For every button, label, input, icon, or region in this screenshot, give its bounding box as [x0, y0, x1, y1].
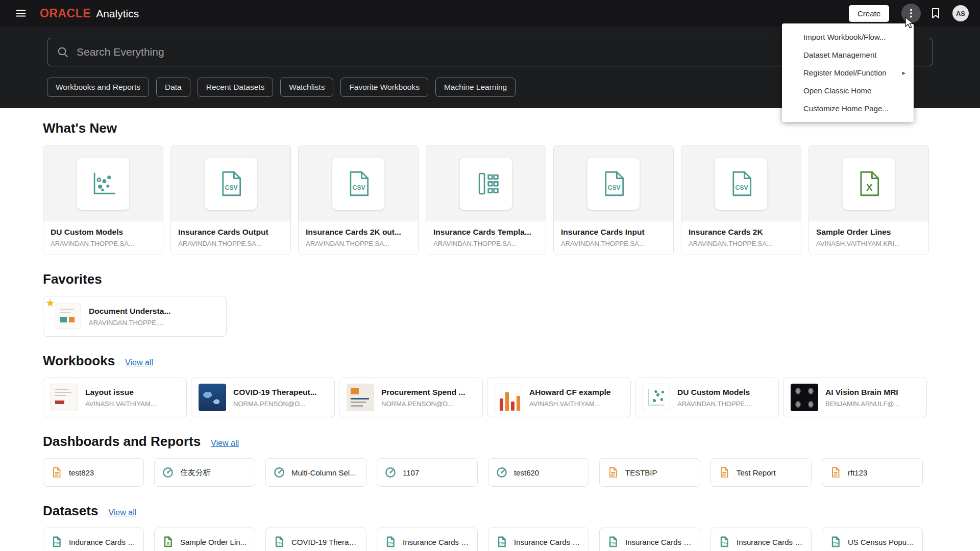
- card-thumbnail: [56, 304, 81, 329]
- workbook-card[interactable]: Layout issue AVINASH.VAITHIYAM....: [43, 378, 187, 417]
- card-thumbnail: [643, 384, 670, 411]
- card-title: Insurance Cards Input: [561, 228, 666, 237]
- whats-new-card[interactable]: CSV X: [553, 145, 674, 255]
- card-author: ARAVINDAN.THOPPE....: [677, 400, 771, 408]
- product-name: Analytics: [96, 8, 139, 20]
- favorites-card-row: ★ Document Understa... ARAVINDAN.THOPPE.…: [43, 296, 937, 337]
- brand: ORACLE Analytics: [40, 7, 139, 20]
- card-title: DU Custom Models: [677, 388, 771, 397]
- home-content: What's New: [0, 120, 980, 551]
- dashboard-card[interactable]: CSV X Test Report: [710, 458, 812, 487]
- xlsx-file-icon: X: [854, 169, 883, 198]
- search-filter-chip[interactable]: Machine Learning: [435, 78, 516, 97]
- dataset-card[interactable]: CSV X Indurance Cards B...: [43, 528, 144, 551]
- card-meta: Insurance Cards 2K ARAVINDAN.THOPPE.SA..…: [681, 221, 801, 255]
- icon-tile: CSV X: [459, 157, 512, 210]
- dataset-card[interactable]: CSV X Insurance Cards 2...: [488, 528, 589, 551]
- card-art: CSV X: [171, 145, 290, 221]
- svg-text:CSV: CSV: [499, 542, 505, 545]
- csv-file-icon: CSV: [216, 169, 245, 198]
- svg-text:X: X: [166, 541, 169, 546]
- menu-item-label: Open Classic Home: [803, 86, 871, 95]
- dataset-card[interactable]: CSV X COVID-19 Therap...: [265, 528, 366, 551]
- search-filter-chip[interactable]: Favorite Workbooks: [340, 78, 428, 97]
- dataset-card[interactable]: CSV X Insurance Cards 2K: [710, 528, 812, 551]
- dashboard-card[interactable]: CSV X TESTBIP: [599, 458, 700, 487]
- dashboard-card[interactable]: CSV X Multi-Column Sel...: [265, 458, 366, 487]
- workbooks-view-all-link[interactable]: View all: [125, 358, 153, 367]
- icon-tile: CSV X: [332, 157, 385, 210]
- whats-new-card[interactable]: CSV X: [681, 145, 801, 255]
- svg-text:CSV: CSV: [387, 542, 394, 545]
- card-thumbnail: [791, 384, 818, 411]
- card-title: Insurance Cards 2K: [689, 228, 794, 237]
- menu-item[interactable]: Import Workbook/Flow... ▸: [782, 28, 914, 46]
- section-header: Workbooks View all: [43, 353, 937, 368]
- workbook-card[interactable]: AHoward CF example AVINASH.VAITHIYAM...: [487, 378, 631, 417]
- menu-item[interactable]: Dataset Management ▸: [782, 46, 914, 64]
- svg-text:CSV: CSV: [721, 542, 727, 545]
- dataset-card[interactable]: CSV X US Census Popula...: [822, 528, 923, 551]
- card-meta: Insurance Cards Templa... ARAVINDAN.THOP…: [426, 221, 546, 255]
- card-title: Multi-Column Sel...: [291, 468, 356, 477]
- whats-new-card[interactable]: CSV X: [426, 145, 546, 255]
- submenu-arrow-icon: ▸: [902, 69, 905, 77]
- dashboard-card[interactable]: CSV X test620: [488, 458, 589, 487]
- card-meta: Insurance Cards Input ARAVINDAN.THOPPE.S…: [554, 221, 673, 255]
- page-menu-dropdown: Import Workbook/Flow... ▸ Dataset Manage…: [782, 23, 914, 122]
- favorite-card[interactable]: ★ Document Understa... ARAVINDAN.THOPPE.…: [43, 296, 227, 337]
- dashboard-card[interactable]: CSV X 1107: [377, 458, 478, 487]
- search-filter-chip[interactable]: Recent Datasets: [198, 78, 274, 97]
- whats-new-card[interactable]: CSV X: [298, 145, 419, 255]
- menu-item[interactable]: Register Model/Function ▸: [782, 64, 914, 82]
- datasets-view-all-link[interactable]: View all: [108, 508, 136, 517]
- menu-item[interactable]: Open Classic Home ▸: [782, 82, 914, 99]
- csv-file-icon: CSV: [496, 536, 508, 548]
- card-author: NORMA.PENSON@O...: [233, 400, 327, 408]
- card-author: AVINASH.VAITHIYAM...: [529, 400, 623, 408]
- search-filter-chip[interactable]: Data: [156, 78, 190, 97]
- whats-new-card[interactable]: CSV X: [808, 145, 929, 255]
- dataset-card[interactable]: CSV X Insurance Cards O...: [377, 528, 478, 551]
- page-menu-button[interactable]: [901, 4, 921, 23]
- workbook-card[interactable]: Procurement Spend ... NORMA.PENSON@O...: [339, 378, 483, 417]
- card-title: Insurance Cards Output: [178, 228, 283, 237]
- dashboard-icon: [273, 466, 285, 479]
- card-title: COVID-19 Therap...: [291, 538, 359, 546]
- section-workbooks: Workbooks View all Layout issue AVINASH.…: [43, 353, 937, 417]
- bookmarks-button[interactable]: [926, 4, 945, 23]
- dashboard-card[interactable]: CSV X rft123: [822, 458, 923, 487]
- menu-item[interactable]: Customize Home Page... ▸: [782, 99, 914, 117]
- workbook-card[interactable]: DU Custom Models ARAVINDAN.THOPPE....: [635, 378, 779, 417]
- whats-new-card[interactable]: CSV X: [43, 145, 163, 255]
- dataset-card[interactable]: CSV X Sample Order Lin...: [154, 528, 255, 551]
- card-title: test823: [69, 468, 94, 477]
- dashboard-card[interactable]: CSV X 住友分析: [154, 458, 255, 487]
- card-title: COVID-19 Therapeut...: [233, 388, 327, 397]
- search-filter-chip[interactable]: Workbooks and Reports: [47, 78, 149, 97]
- avatar[interactable]: AS: [952, 5, 969, 21]
- search-filter-chip[interactable]: Watchlists: [280, 78, 333, 97]
- dataset-card[interactable]: CSV X Insurance Cards In...: [599, 528, 700, 551]
- dashboard-card[interactable]: CSV X test823: [43, 458, 144, 487]
- card-thumbnail: [199, 384, 226, 411]
- csv-file-icon: CSV: [599, 169, 628, 198]
- section-title-datasets: Datasets: [43, 503, 98, 518]
- card-meta: Layout issue AVINASH.VAITHIYAM....: [85, 388, 179, 408]
- csv-file-icon: CSV: [607, 536, 619, 548]
- workbook-card[interactable]: COVID-19 Therapeut... NORMA.PENSON@O...: [191, 378, 335, 417]
- card-title: Insurance Cards 2K out...: [306, 228, 411, 237]
- card-title: 住友分析: [180, 468, 211, 478]
- whats-new-card-row: CSV X: [43, 145, 937, 255]
- report-icon: [607, 466, 619, 479]
- workbook-card[interactable]: AI Vision Brain MRI BENJAMIN.ARNULF@...: [783, 378, 927, 417]
- dashboards-view-all-link[interactable]: View all: [211, 439, 239, 448]
- whats-new-card[interactable]: CSV X: [170, 145, 291, 255]
- card-meta: Procurement Spend ... NORMA.PENSON@O...: [381, 388, 475, 408]
- hamburger-menu-button[interactable]: [11, 4, 31, 23]
- svg-text:CSV: CSV: [276, 542, 282, 545]
- card-title: Layout issue: [85, 388, 179, 397]
- card-meta: Insurance Cards Output ARAVINDAN.THOPPE.…: [171, 221, 290, 255]
- section-datasets: Datasets View all CSV: [43, 503, 937, 551]
- create-button[interactable]: Create: [849, 5, 889, 22]
